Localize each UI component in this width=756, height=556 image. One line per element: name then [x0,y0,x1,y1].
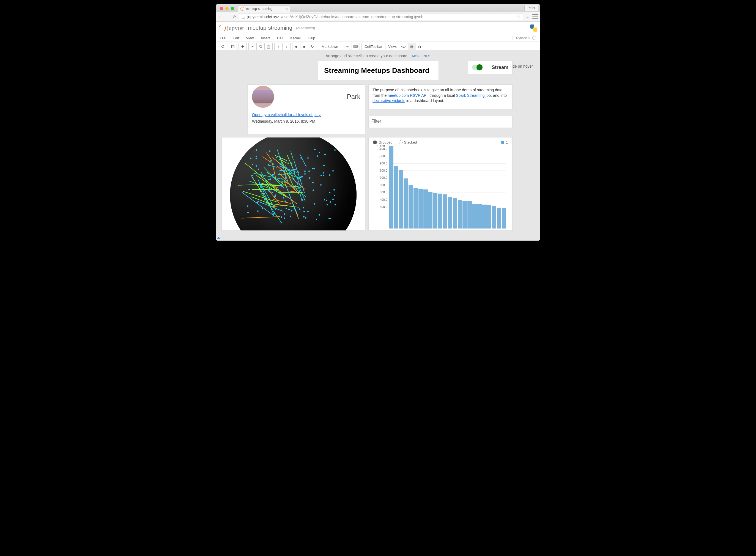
bar[interactable] [492,206,496,229]
globe-dot [300,177,301,178]
link-declarative-widgets[interactable]: declarative widgets [372,98,405,103]
save-icon[interactable] [229,43,237,50]
globe-dot [281,216,282,218]
paste-icon[interactable]: 📋 [264,43,273,50]
view-layout-icon[interactable]: ▦ [408,43,416,50]
copy-icon[interactable]: ⧉ [256,43,265,50]
bar[interactable] [414,188,418,229]
globe-dot [286,208,287,209]
globe-dot [247,212,249,213]
bar-chart-card[interactable]: Grouped Stacked 1 1,138.01,100.01,000.09… [368,137,513,231]
stream-toggle-card[interactable]: Stream [468,61,513,74]
globe-dot [291,210,292,211]
view-preview-icon[interactable]: ◑ [416,43,424,50]
radio-stacked[interactable] [399,140,402,144]
restart-icon[interactable]: ↻ [308,43,317,50]
site-info-icon[interactable]: ▢ [241,14,245,19]
command-palette-icon[interactable]: ⌨ [352,43,360,50]
bar[interactable] [462,201,467,229]
globe-dot [332,170,334,172]
filter-card[interactable] [368,116,513,128]
menu-kernel[interactable]: Kernel [290,36,301,40]
close-window-icon[interactable] [220,7,223,10]
globe-dot [329,174,330,176]
link-spark-streaming[interactable]: Spark Streaming job [456,93,491,98]
insert-cell-icon[interactable]: ✚ [238,43,247,50]
move-up-icon[interactable]: ↑ [274,43,283,50]
more-info-link[interactable]: MORE INFO [413,55,431,58]
bar[interactable] [453,198,457,229]
globe-dot [334,149,336,151]
bar[interactable] [502,208,506,229]
find-replace-icon[interactable] [219,43,227,50]
globe-dot [276,157,277,158]
bar[interactable] [403,178,408,229]
bar[interactable] [389,146,393,229]
stream-toggle[interactable] [472,65,482,70]
extensions-overflow-icon[interactable]: » [525,14,530,19]
address-bar[interactable]: ▢ jupyter.cloudet.xyz/user/AnY1jQel3oyG/… [239,13,523,20]
browser-profile-chip[interactable]: Peter [524,5,538,11]
tab-close-icon[interactable]: × [286,7,288,11]
bar[interactable] [419,189,423,229]
zoom-window-icon[interactable] [231,7,234,10]
minimize-window-icon[interactable] [225,7,229,10]
bar[interactable] [467,201,472,229]
bar[interactable] [472,204,477,229]
globe-dot [282,186,283,187]
cut-icon[interactable]: ✂ [249,43,257,50]
globe-dot [334,195,335,196]
bar[interactable] [477,204,482,229]
stream-label: Stream [492,65,508,70]
dashboard-title-card[interactable]: Streaming Meetups Dashboard [318,61,439,80]
menu-help[interactable]: Help [308,36,315,40]
run-step-icon[interactable]: ⏭ [292,43,300,50]
event-link[interactable]: Open gym volleyball for all levels of pl… [248,109,365,118]
jupyter-logo[interactable]: jupyter [219,25,244,32]
menu-insert[interactable]: Insert [261,36,270,40]
globe-card[interactable] [222,137,365,231]
bar[interactable] [487,205,492,229]
globe-ray [276,188,297,204]
globe-dot [252,164,253,165]
browser-menu-icon[interactable] [532,14,538,19]
bar[interactable] [428,192,433,229]
bar[interactable] [399,170,403,229]
bar-chart[interactable]: 1,138.01,100.01,000.0900.0800.0700.0600.… [373,146,508,229]
notebook-name[interactable]: meetup-streaming [248,25,292,31]
link-meetup-api[interactable]: meetup.com RSVP API [388,93,427,98]
browser-tab[interactable]: meetup-streaming × [238,5,290,12]
bar[interactable] [443,195,447,229]
bar[interactable] [423,189,428,229]
nav-reload-icon[interactable]: ⟳ [232,14,237,19]
move-down-icon[interactable]: ↓ [282,43,291,50]
globe-dot [316,219,317,220]
interrupt-icon[interactable]: ■ [300,43,308,50]
bar[interactable] [394,166,398,229]
menu-view[interactable]: View [246,36,254,40]
svg-point-0 [222,45,224,47]
globe-dot [274,212,275,214]
menu-file[interactable]: File [220,36,226,40]
bar[interactable] [448,197,452,229]
menu-edit[interactable]: Edit [233,36,239,40]
description-card[interactable]: The purpose of this notebook is to give … [368,84,513,110]
bar[interactable] [482,205,487,229]
bar[interactable] [408,185,413,229]
bar[interactable] [497,208,501,229]
bar[interactable] [438,194,442,229]
cell-toolbar-button[interactable]: CellToolbar [361,43,386,50]
nav-back-icon[interactable]: ← [218,14,223,19]
globe-ray [242,216,280,219]
globe-dot [281,184,282,185]
cell-type-select[interactable]: Markdown [318,43,350,50]
menu-cell[interactable]: Cell [277,36,283,40]
filter-input[interactable] [371,118,510,125]
bookmark-star-icon[interactable]: ☆ [517,14,521,20]
bar[interactable] [458,200,462,229]
view-notebook-icon[interactable]: </> [400,43,408,50]
event-card[interactable]: Park Open gym volleyball for all levels … [247,84,365,134]
bar[interactable] [433,193,437,229]
radio-grouped[interactable] [373,140,377,144]
globe-viz[interactable] [230,137,357,231]
